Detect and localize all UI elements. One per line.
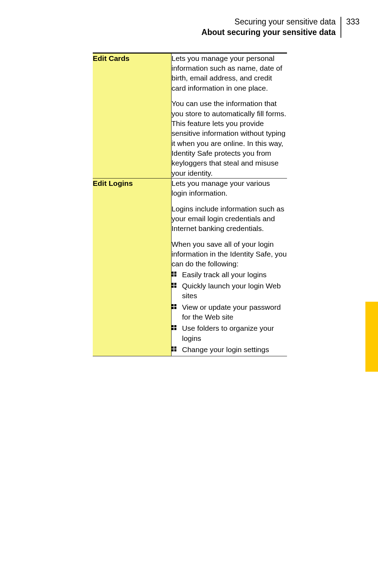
list-item-text: Easily track all your logins (182, 271, 267, 279)
paragraph: Logins include information such as your … (172, 204, 287, 234)
list-item: Use folders to organize your logins (172, 323, 287, 343)
page-number: 333 (341, 17, 362, 27)
feature-name: Edit Logins (93, 178, 172, 356)
header-text-block: Securing your sensitive data About secur… (202, 17, 341, 38)
table-row: Edit Logins Lets you manage your various… (93, 178, 287, 356)
list-item: View or update your password for the Web… (172, 302, 287, 322)
list-item: Easily track all your logins (172, 270, 287, 280)
feature-table: Edit Cards Lets you manage your personal… (93, 52, 287, 357)
feature-name: Edit Cards (93, 53, 172, 178)
paragraph-with-list: When you save all of your login informat… (172, 239, 287, 355)
squares-bullet-icon (172, 304, 176, 309)
list-item-text: Quickly launch your login Web sites (182, 282, 281, 300)
list-lead-in: When you save all of your login informat… (172, 239, 287, 269)
paragraph: Lets you manage your personal informatio… (172, 54, 287, 93)
squares-bullet-icon (172, 272, 176, 276)
feature-description: Lets you manage your various login infor… (172, 178, 287, 356)
document-page: Securing your sensitive data About secur… (0, 0, 378, 588)
paragraph: Lets you manage your various login infor… (172, 178, 287, 198)
feature-table-wrap: Edit Cards Lets you manage your personal… (93, 52, 287, 357)
list-item-text: Use folders to organize your logins (182, 324, 274, 342)
squares-bullet-icon (172, 283, 176, 288)
list-item-text: Change your login settings (182, 345, 269, 354)
paragraph: You can use the information that you sto… (172, 99, 287, 178)
section-side-tab (365, 302, 378, 372)
table-row: Edit Cards Lets you manage your personal… (93, 53, 287, 178)
bullet-list: Easily track all your logins Quickly lau… (172, 270, 287, 355)
section-title: About securing your sensitive data (202, 27, 336, 38)
chapter-title: Securing your sensitive data (202, 17, 336, 27)
list-item: Change your login settings (172, 345, 287, 355)
list-item: Quickly launch your login Web sites (172, 281, 287, 301)
squares-bullet-icon (172, 346, 176, 351)
squares-bullet-icon (172, 325, 176, 330)
list-item-text: View or update your password for the Web… (182, 303, 281, 321)
page-header: Securing your sensitive data About secur… (93, 17, 362, 38)
feature-description: Lets you manage your personal informatio… (172, 53, 287, 178)
